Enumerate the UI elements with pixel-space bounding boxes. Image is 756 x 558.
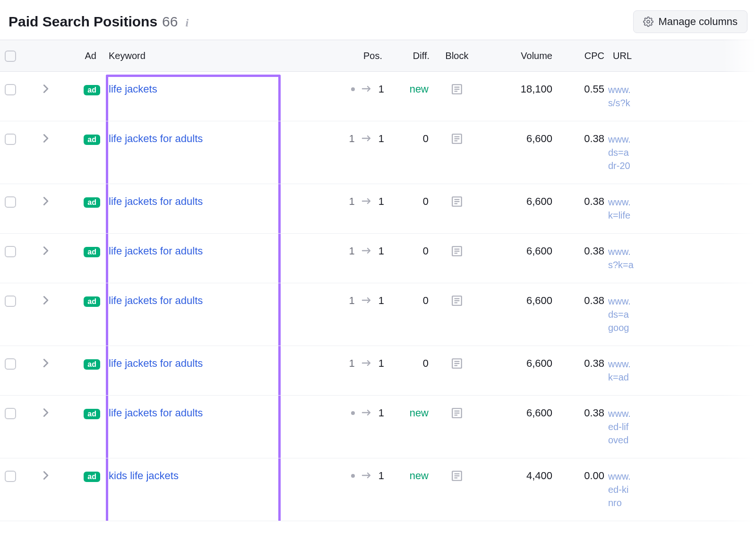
serp-block-icon[interactable] bbox=[451, 470, 463, 482]
volume-value: 6,600 bbox=[481, 407, 556, 419]
dot-icon bbox=[351, 87, 355, 91]
ad-badge[interactable]: ad bbox=[84, 85, 100, 95]
arrow-right-icon bbox=[361, 83, 372, 95]
ad-badge[interactable]: ad bbox=[84, 135, 100, 145]
cpc-value: 0.38 bbox=[556, 407, 608, 419]
serp-block-icon[interactable] bbox=[451, 195, 463, 208]
diff-value: 0 bbox=[386, 357, 433, 370]
manage-columns-button[interactable]: Manage columns bbox=[633, 10, 747, 33]
volume-value: 18,100 bbox=[481, 83, 556, 95]
url-cell[interactable]: www. k=ad bbox=[608, 357, 750, 384]
manage-columns-label: Manage columns bbox=[658, 16, 738, 28]
ad-badge[interactable]: ad bbox=[84, 247, 100, 257]
row-checkbox[interactable] bbox=[5, 134, 16, 145]
select-all-checkbox[interactable] bbox=[5, 51, 16, 62]
col-volume[interactable]: Volume bbox=[481, 51, 556, 61]
ad-badge[interactable]: ad bbox=[84, 359, 100, 370]
table-row: adlife jackets for adults1106,6000.38www… bbox=[0, 234, 756, 283]
url-cell[interactable]: www. ds=a dr-20 bbox=[608, 133, 750, 172]
keyword-link[interactable]: life jackets for adults bbox=[109, 133, 203, 144]
position-cell: 1 bbox=[329, 470, 386, 482]
ad-badge[interactable]: ad bbox=[84, 409, 100, 419]
position-cell: 1 bbox=[329, 407, 386, 419]
volume-value: 6,600 bbox=[481, 357, 556, 370]
row-checkbox[interactable] bbox=[5, 196, 16, 208]
expand-row-icon[interactable] bbox=[29, 296, 62, 305]
url-cell[interactable]: www. k=life bbox=[608, 195, 750, 222]
serp-block-icon[interactable] bbox=[451, 83, 463, 95]
arrow-right-icon bbox=[361, 470, 372, 482]
arrow-right-icon bbox=[361, 357, 372, 370]
ad-badge[interactable]: ad bbox=[84, 197, 100, 208]
row-checkbox[interactable] bbox=[5, 408, 16, 419]
row-checkbox[interactable] bbox=[5, 296, 16, 307]
positions-table: Ad Keyword Pos. Diff. Block Volume CPC U… bbox=[0, 40, 756, 521]
cpc-value: 0.55 bbox=[556, 83, 608, 95]
expand-row-icon[interactable] bbox=[29, 246, 62, 255]
volume-value: 6,600 bbox=[481, 133, 556, 145]
volume-value: 6,600 bbox=[481, 195, 556, 208]
volume-value: 6,600 bbox=[481, 245, 556, 257]
url-cell[interactable]: www. ds=a goog bbox=[608, 295, 750, 334]
keyword-link[interactable]: life jackets for adults bbox=[109, 195, 203, 207]
ad-badge[interactable]: ad bbox=[84, 472, 100, 482]
position-cell: 11 bbox=[329, 295, 386, 307]
col-keyword[interactable]: Keyword bbox=[100, 51, 237, 61]
expand-row-icon[interactable] bbox=[29, 84, 62, 93]
diff-value: 0 bbox=[386, 245, 433, 257]
expand-row-icon[interactable] bbox=[29, 358, 62, 368]
col-cpc[interactable]: CPC bbox=[556, 51, 608, 61]
info-icon[interactable]: i bbox=[185, 17, 189, 29]
col-url[interactable]: URL bbox=[608, 51, 750, 61]
serp-block-icon[interactable] bbox=[451, 357, 463, 370]
expand-row-icon[interactable] bbox=[29, 134, 62, 143]
url-cell[interactable]: www. s?k=a bbox=[608, 245, 750, 271]
position-cell: 11 bbox=[329, 195, 386, 208]
keyword-link[interactable]: life jackets for adults bbox=[109, 295, 203, 306]
row-checkbox[interactable] bbox=[5, 84, 16, 95]
table-row: adlife jackets for adults1106,6000.38www… bbox=[0, 184, 756, 234]
serp-block-icon[interactable] bbox=[451, 407, 463, 419]
page-title: Paid Search Positions bbox=[9, 14, 157, 30]
col-diff[interactable]: Diff. bbox=[386, 51, 433, 61]
expand-row-icon[interactable] bbox=[29, 408, 62, 417]
row-checkbox[interactable] bbox=[5, 246, 16, 257]
keyword-link[interactable]: kids life jackets bbox=[109, 470, 179, 482]
position-cell: 1 bbox=[329, 83, 386, 95]
row-checkbox[interactable] bbox=[5, 358, 16, 370]
arrow-right-icon bbox=[361, 133, 372, 145]
url-cell[interactable]: www. ed-ki nro bbox=[608, 470, 750, 509]
serp-block-icon[interactable] bbox=[451, 245, 463, 257]
volume-value: 6,600 bbox=[481, 295, 556, 307]
row-checkbox[interactable] bbox=[5, 471, 16, 482]
expand-row-icon[interactable] bbox=[29, 196, 62, 206]
col-ad[interactable]: Ad bbox=[62, 51, 100, 61]
table-header-row: Ad Keyword Pos. Diff. Block Volume CPC U… bbox=[0, 40, 756, 72]
keyword-link[interactable]: life jackets for adults bbox=[109, 407, 203, 419]
cpc-value: 0.38 bbox=[556, 295, 608, 307]
keyword-link[interactable]: life jackets for adults bbox=[109, 245, 203, 257]
position-cell: 11 bbox=[329, 133, 386, 145]
page-header: Paid Search Positions 66 i Manage column… bbox=[0, 0, 756, 40]
expand-row-icon[interactable] bbox=[29, 471, 62, 480]
col-block[interactable]: Block bbox=[433, 51, 481, 61]
diff-value: new bbox=[386, 407, 433, 419]
diff-value: new bbox=[386, 470, 433, 482]
table-row: adlife jackets1new18,1000.55www. s/s?k bbox=[0, 72, 756, 121]
serp-block-icon[interactable] bbox=[451, 295, 463, 307]
gear-icon bbox=[643, 17, 653, 27]
url-cell[interactable]: www. s/s?k bbox=[608, 83, 750, 110]
keyword-link[interactable]: life jackets bbox=[109, 83, 157, 95]
arrow-right-icon bbox=[361, 295, 372, 307]
arrow-right-icon bbox=[361, 245, 372, 257]
arrow-right-icon bbox=[361, 407, 372, 419]
table-row: adlife jackets for adults1new6,6000.38ww… bbox=[0, 396, 756, 458]
serp-block-icon[interactable] bbox=[451, 133, 463, 145]
ad-badge[interactable]: ad bbox=[84, 296, 100, 307]
keyword-link[interactable]: life jackets for adults bbox=[109, 357, 203, 369]
col-pos[interactable]: Pos. bbox=[329, 51, 386, 61]
table-row: adlife jackets for adults1106,6000.38www… bbox=[0, 283, 756, 346]
url-cell[interactable]: www. ed-lif oved bbox=[608, 407, 750, 447]
svg-point-0 bbox=[647, 20, 650, 23]
position-cell: 11 bbox=[329, 357, 386, 370]
